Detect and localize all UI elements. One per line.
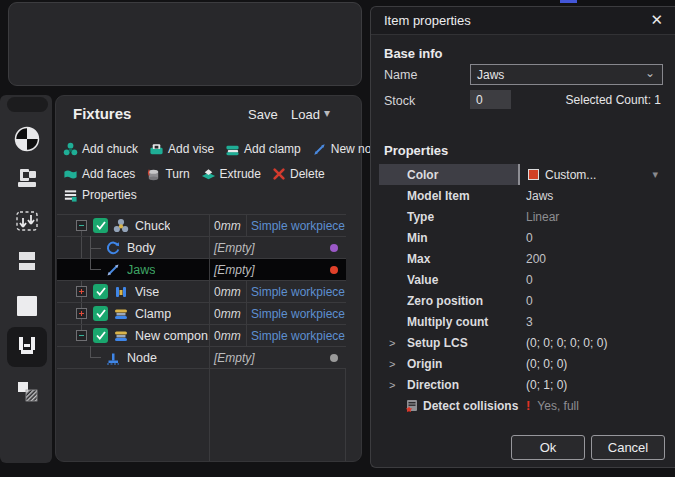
add-chuck-button[interactable]: Add chuck — [63, 142, 138, 157]
clamp-icon — [225, 142, 240, 157]
viewport-panel — [8, 2, 362, 86]
workpiece-link[interactable]: Simple workpiece — [247, 303, 346, 324]
checkbox-checked[interactable] — [93, 328, 108, 343]
vise-tool-active-button[interactable] — [7, 327, 47, 367]
toolbar-handle[interactable] — [7, 97, 48, 112]
machine-icon[interactable] — [13, 163, 41, 191]
tree-row-vise[interactable]: Vise 0mm Simple workpiece — [57, 281, 346, 303]
expand-icon[interactable] — [76, 286, 87, 297]
extrude-icon — [201, 167, 216, 182]
close-icon[interactable]: ✕ — [650, 11, 663, 29]
checkbox-checked[interactable] — [93, 306, 108, 321]
add-clamp-button[interactable]: Add clamp — [225, 142, 301, 157]
fixtures-title: Fixtures — [73, 105, 131, 122]
property-row-value[interactable]: Value 0 — [379, 269, 668, 290]
checkbox-checked[interactable] — [93, 284, 108, 299]
body-icon — [105, 240, 121, 256]
tree-row-new-component[interactable]: New compon... 0mm Simple workpiece — [57, 325, 346, 347]
chevron-down-icon[interactable]: ⌄ — [645, 66, 655, 80]
property-row-max[interactable]: Max 200 — [379, 248, 668, 269]
tree-row-body[interactable]: Body [Empty] — [57, 237, 346, 259]
selected-count: Selected Count: 1 — [566, 93, 661, 107]
node-icon — [105, 350, 121, 366]
stock-input[interactable]: 0 — [470, 90, 511, 109]
name-label: Name — [384, 68, 417, 82]
status-dot — [330, 266, 338, 274]
new-node-icon — [312, 142, 327, 157]
tree-label: Chuck — [135, 219, 170, 233]
stock-stack-icon[interactable] — [13, 247, 41, 275]
collapse-icon[interactable] — [76, 220, 87, 231]
delete-button[interactable]: Delete — [272, 167, 325, 181]
expand-icon[interactable] — [76, 308, 87, 319]
fixtures-tree: Chuck 0mm Simple workpiece Body [Empty] … — [57, 214, 346, 461]
faces-icon — [63, 167, 78, 182]
tree-label: Vise — [135, 285, 159, 299]
stock-square-icon[interactable] — [13, 292, 41, 320]
workpiece-link[interactable]: Simple workpiece — [247, 215, 346, 236]
workpiece-link[interactable]: Simple workpiece — [247, 281, 346, 302]
ok-button[interactable]: Ok — [511, 435, 585, 460]
properties-button[interactable]: Properties — [63, 188, 137, 203]
item-properties-dialog: Item properties ✕ Base info Name Jaws ⌄ … — [370, 6, 675, 468]
properties-icon — [63, 188, 78, 203]
tree-row-jaws-selected[interactable]: Jaws [Empty] — [57, 259, 346, 281]
vise-tool-icon — [14, 334, 40, 360]
tree-label: Clamp — [135, 307, 171, 321]
datum-circle-icon[interactable] — [13, 125, 41, 153]
component-icon — [113, 328, 129, 344]
property-row-min[interactable]: Min 0 — [379, 227, 668, 248]
tree-empty-area — [57, 369, 346, 461]
property-row-zero-position[interactable]: Zero position 0 — [379, 290, 668, 311]
property-row-multiply-count[interactable]: Multiply count 3 — [379, 311, 668, 332]
extrude-button[interactable]: Extrude — [201, 167, 261, 182]
save-button[interactable]: Save — [248, 107, 278, 122]
checkbox-checked[interactable] — [93, 218, 108, 233]
cancel-button[interactable]: Cancel — [591, 435, 665, 460]
delete-icon — [272, 167, 286, 181]
tree-row-chuck[interactable]: Chuck 0mm Simple workpiece — [57, 215, 346, 237]
tree-label: Body — [127, 241, 156, 255]
load-button[interactable]: Load — [291, 107, 320, 122]
status-dot — [330, 354, 338, 362]
tree-row-node[interactable]: Node [Empty] — [57, 347, 346, 369]
detect-collisions-icon — [405, 399, 418, 412]
clamp-icon — [113, 306, 129, 322]
color-swatch — [528, 169, 539, 180]
add-faces-button[interactable]: Add faces — [63, 167, 135, 182]
property-row-model-item[interactable]: Model Item Jaws — [379, 185, 668, 206]
expand-arrow-icon[interactable]: > — [389, 379, 407, 391]
base-info-heading: Base info — [384, 46, 443, 61]
properties-heading: Properties — [384, 143, 448, 158]
dropdown-chevron-icon[interactable]: ▾ — [652, 168, 658, 181]
property-row-direction[interactable]: >Direction (0; 1; 0) — [379, 374, 668, 395]
property-row-setup-lcs[interactable]: >Setup LCS (0; 0; 0; 0; 0; 0) — [379, 332, 668, 353]
tree-row-clamp[interactable]: Clamp 0mm Simple workpiece — [57, 303, 346, 325]
name-combobox[interactable]: Jaws ⌄ — [470, 64, 663, 85]
jaws-icon — [105, 262, 121, 278]
swap-vertical-icon[interactable] — [13, 207, 41, 235]
warning-icon: ! — [526, 398, 530, 413]
expand-arrow-icon[interactable]: > — [389, 337, 407, 349]
chuck-icon — [63, 142, 78, 157]
load-caret-icon[interactable]: ▾ — [324, 106, 330, 120]
property-row-type[interactable]: Type Linear — [379, 206, 668, 227]
half-stock-icon[interactable] — [13, 378, 41, 406]
turn-icon — [146, 167, 161, 182]
expand-arrow-icon[interactable]: > — [389, 358, 407, 370]
add-vise-button[interactable]: Add vise — [149, 142, 214, 157]
properties-table: Color Custom... ▾ Model Item Jaws Type L… — [379, 164, 668, 416]
workpiece-link[interactable]: Simple workpiece — [247, 325, 346, 346]
property-row-detect-collisions[interactable]: Detect collisions !Yes, full — [379, 395, 668, 416]
tree-label: Jaws — [127, 263, 155, 277]
property-row-origin[interactable]: >Origin (0; 0; 0) — [379, 353, 668, 374]
dialog-title: Item properties — [384, 13, 471, 28]
tree-label: Node — [127, 351, 157, 365]
status-dot — [330, 244, 338, 252]
property-row-color[interactable]: Color Custom... ▾ — [379, 164, 668, 185]
window-accent-sliver — [560, 0, 577, 3]
turn-button[interactable]: Turn — [146, 167, 189, 182]
collapse-icon[interactable] — [76, 330, 87, 341]
vise-icon — [149, 142, 164, 157]
chuck-icon — [113, 218, 129, 234]
